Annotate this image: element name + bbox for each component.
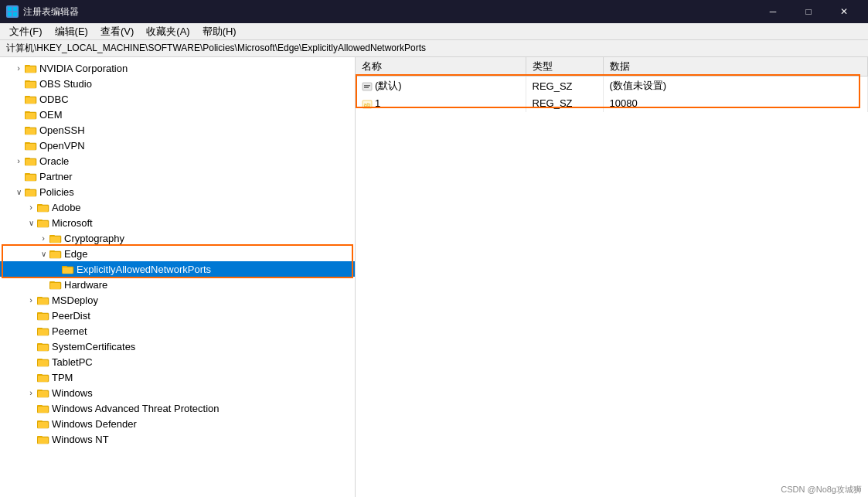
right-panel: 名称 类型 数据 (默认)REG_SZ(数值未设置) ab 1REG_SZ100…	[356, 57, 868, 497]
tree-item-odbc[interactable]: ODBC	[0, 91, 355, 107]
tree-item-watp[interactable]: Windows Advanced Threat Protection	[0, 400, 355, 416]
svg-rect-38	[25, 189, 30, 190]
maximize-button[interactable]: □	[791, 0, 826, 23]
svg-rect-78	[37, 343, 43, 345]
tree-item-policies[interactable]: ∨ Policies	[0, 184, 355, 199]
expand-icon[interactable]: ›	[25, 201, 37, 213]
svg-rect-94	[37, 405, 43, 407]
col-type: 类型	[526, 57, 603, 77]
tree-label-explicitly: ExplicitlyAllowedNetworkPorts	[77, 264, 211, 275]
tree-panel[interactable]: › NVIDIA Corporation OBS Studio ODBC OEM…	[0, 57, 356, 497]
tree-item-winnt[interactable]: Windows NT	[0, 431, 355, 447]
svg-rect-105	[364, 85, 370, 87]
tree-label-tabletpc: TabletPC	[52, 356, 93, 368]
svg-rect-2	[8, 12, 12, 16]
folder-icon	[37, 294, 49, 305]
tree-item-msdeploy[interactable]: › MSDeploy	[0, 292, 355, 308]
svg-rect-39	[26, 190, 36, 196]
table-row[interactable]: ab 1REG_SZ10080	[356, 95, 868, 112]
tree-label-microsoft: Microsoft	[52, 217, 93, 229]
svg-rect-35	[26, 175, 36, 181]
tree-label-winnt: Windows NT	[52, 434, 109, 445]
tree-item-cryptography[interactable]: › Cryptography	[0, 230, 355, 246]
folder-icon	[37, 341, 49, 352]
menu-file[interactable]: 文件(F)	[3, 23, 49, 39]
svg-rect-102	[37, 436, 43, 437]
col-name: 名称	[356, 57, 526, 77]
collapse-icon[interactable]: ∨	[37, 247, 49, 260]
expand-icon[interactable]: ›	[12, 155, 25, 167]
reg-value-data: (数值未设置)	[603, 77, 868, 96]
tree-item-hardware[interactable]: Hardware	[0, 277, 355, 292]
tree-label-systemcerts: SystemCertificates	[52, 341, 135, 352]
expand-icon[interactable]: ›	[37, 232, 49, 244]
svg-rect-66	[37, 297, 43, 298]
tree-item-nvidia[interactable]: › NVIDIA Corporation	[0, 60, 355, 76]
collapse-icon[interactable]: ∨	[25, 216, 37, 229]
tree-item-tpm[interactable]: TPM	[0, 369, 355, 385]
tree-item-adobe[interactable]: › Adobe	[0, 199, 355, 215]
app-icon	[6, 5, 19, 18]
tree-item-partner[interactable]: Partner	[0, 169, 355, 184]
folder-icon	[37, 418, 49, 429]
svg-rect-18	[25, 111, 30, 113]
title-bar: 注册表编辑器 ─ □ ✕	[0, 0, 868, 23]
expand-icon[interactable]: ›	[12, 62, 25, 74]
folder-icon	[37, 310, 49, 321]
folder-icon	[25, 171, 37, 182]
tree-item-peerdist[interactable]: PeerDist	[0, 308, 355, 323]
tree-label-watp: Windows Advanced Threat Protection	[52, 403, 220, 414]
tree-label-nvidia: NVIDIA Corporation	[39, 63, 128, 74]
svg-rect-46	[37, 220, 43, 221]
folder-icon	[25, 124, 37, 135]
tree-item-microsoft[interactable]: ∨ Microsoft	[0, 215, 355, 230]
tree-item-obs[interactable]: OBS Studio	[0, 76, 355, 91]
tree-item-openvpn[interactable]: OpenVPN	[0, 138, 355, 153]
tree-item-oem[interactable]: OEM	[0, 107, 355, 122]
svg-rect-74	[37, 328, 43, 329]
svg-rect-87	[38, 376, 48, 382]
folder-icon	[37, 325, 49, 336]
svg-rect-34	[25, 173, 30, 175]
tree-item-windefender[interactable]: Windows Defender	[0, 416, 355, 431]
svg-rect-63	[50, 283, 60, 289]
svg-rect-103	[38, 437, 48, 444]
tree-item-oracle[interactable]: › Oracle	[0, 153, 355, 169]
tree-item-systemcerts[interactable]: SystemCertificates	[0, 339, 355, 354]
menu-favorites[interactable]: 收藏夹(A)	[140, 23, 196, 39]
tree-label-peerdist: PeerDist	[52, 310, 90, 322]
close-button[interactable]: ✕	[826, 0, 862, 23]
folder-icon	[25, 155, 37, 166]
menu-edit[interactable]: 编辑(E)	[49, 23, 94, 39]
folder-icon	[25, 63, 37, 73]
tree-label-edge: Edge	[64, 248, 87, 260]
collapse-icon[interactable]: ∨	[12, 186, 25, 198]
svg-rect-30	[25, 158, 30, 159]
minimize-button[interactable]: ─	[755, 0, 791, 23]
svg-rect-54	[49, 250, 55, 252]
tree-label-tpm: TPM	[52, 372, 73, 383]
tree-item-peernet[interactable]: Peernet	[0, 323, 355, 339]
tree-item-openssh[interactable]: OpenSSH	[0, 122, 355, 138]
folder-icon	[37, 356, 49, 367]
tree-item-tabletpc[interactable]: TabletPC	[0, 354, 355, 369]
table-row[interactable]: (默认)REG_SZ(数值未设置)	[356, 77, 868, 96]
menu-view[interactable]: 查看(V)	[94, 23, 140, 39]
folder-icon	[49, 233, 62, 243]
tree-item-windows[interactable]: › Windows	[0, 385, 355, 400]
tree-label-peernet: Peernet	[52, 325, 87, 337]
svg-rect-79	[38, 345, 48, 351]
expand-icon[interactable]: ›	[25, 386, 37, 399]
folder-icon	[37, 202, 49, 213]
folder-icon	[25, 186, 37, 197]
tree-label-odbc: ODBC	[39, 94, 69, 105]
svg-rect-42	[37, 204, 43, 206]
tree-item-edge[interactable]: ∨ Edge	[0, 246, 355, 261]
expand-icon[interactable]: ›	[25, 294, 37, 306]
tree-item-explicitly[interactable]: ExplicitlyAllowedNetworkPorts	[0, 261, 355, 277]
menu-help[interactable]: 帮助(H)	[196, 23, 243, 39]
folder-icon	[37, 217, 49, 228]
svg-rect-27	[26, 144, 36, 150]
svg-rect-83	[38, 360, 48, 366]
svg-rect-11	[26, 82, 36, 88]
